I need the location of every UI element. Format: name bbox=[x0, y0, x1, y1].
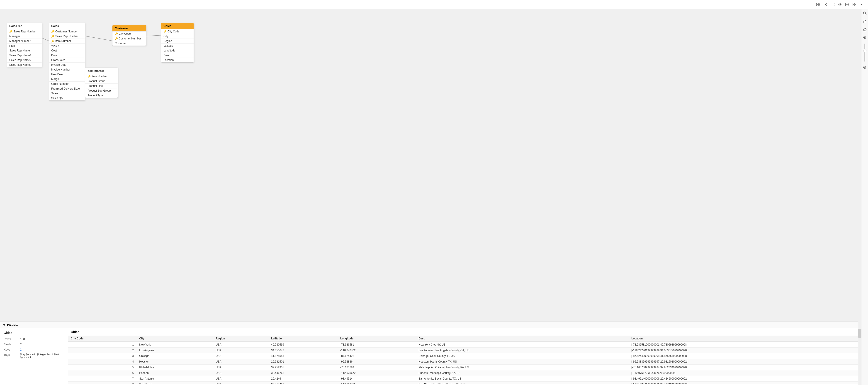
col-desc: Desc bbox=[416, 335, 629, 342]
salesrep-field-5[interactable]: Sales Rep Name1 bbox=[7, 53, 42, 58]
sales-field-12[interactable]: Promised Delivery Date bbox=[49, 86, 85, 91]
cell-cityCode: 1 bbox=[68, 342, 136, 348]
sales-field-11[interactable]: Order Number bbox=[49, 82, 85, 86]
table-sales[interactable]: Sales 🔑 Customer Number 🔑 Sales Rep Numb… bbox=[49, 23, 85, 101]
cell-location: [-75.163788999999994,39.952334999999998] bbox=[629, 364, 861, 370]
preview-right-scrollbar[interactable] bbox=[858, 322, 861, 385]
cell-desc: Chicago, Cook County, IL, US bbox=[416, 353, 629, 359]
sales-field-8[interactable]: Invoice Number bbox=[49, 67, 85, 72]
search-icon[interactable] bbox=[863, 11, 867, 16]
cities-field-1[interactable]: City bbox=[161, 34, 194, 39]
key-icon-in: 🔑 bbox=[51, 40, 54, 42]
cell-latitude: 29.981501 bbox=[269, 359, 338, 364]
toolbar-icon-scissors[interactable] bbox=[823, 2, 828, 7]
sales-field-10[interactable]: Margin bbox=[49, 77, 85, 82]
toolbar-icon-grid[interactable] bbox=[844, 2, 850, 7]
salesrep-field-4[interactable]: Sales Rep Name bbox=[7, 48, 42, 53]
cities-field-2[interactable]: Region bbox=[161, 39, 194, 43]
cell-cityCode: 8 bbox=[68, 382, 136, 384]
col-longitude: Longitude bbox=[338, 335, 416, 342]
cell-longitude: -95.53836 bbox=[338, 359, 416, 364]
toolbar-icon-settings[interactable] bbox=[837, 2, 843, 7]
salesrep-field-1[interactable]: Manager bbox=[7, 34, 42, 39]
preview-scrollbar-thumb[interactable] bbox=[858, 329, 861, 338]
cell-longitude: -118.242702 bbox=[338, 348, 416, 353]
fields-label: Fields bbox=[4, 343, 17, 346]
sales-field-9[interactable]: Item Desc bbox=[49, 72, 85, 77]
customer-field-0[interactable]: 🔑 City Code bbox=[113, 31, 146, 36]
customer-field-1[interactable]: 🔑 Customer Number bbox=[113, 36, 146, 41]
col-location: Location bbox=[629, 335, 861, 342]
table-customer[interactable]: Customer 🔑 City Code 🔑 Customer Number C… bbox=[112, 25, 146, 46]
itemmaster-field-0[interactable]: 🔑 Item Number bbox=[85, 74, 118, 79]
toolbar-icon-layout[interactable] bbox=[852, 2, 857, 7]
preview-header[interactable]: ▼ Preview bbox=[0, 322, 861, 328]
svg-rect-1 bbox=[818, 3, 820, 4]
svg-rect-23 bbox=[864, 21, 866, 23]
cell-location: [-73.986581000000001,40.730598999999998] bbox=[629, 342, 861, 348]
toolbar-icon-chevron[interactable]: ▾ bbox=[859, 2, 864, 7]
cities-field-0[interactable]: 🔑 City Code bbox=[161, 29, 194, 34]
cell-region: USA bbox=[213, 359, 269, 364]
preview-row-keys: Keys 1 bbox=[4, 348, 64, 351]
toolbar-icon-1[interactable] bbox=[815, 2, 821, 7]
zoom-out-icon[interactable] bbox=[863, 65, 867, 70]
customer-field-2[interactable]: Customer bbox=[113, 41, 146, 46]
table-itemmaster[interactable]: Item master 🔑 Item Number Product Group … bbox=[85, 67, 118, 98]
cell-desc: Los Angeles, Los Angeles County, CA, US bbox=[416, 348, 629, 353]
cities-field-5[interactable]: Desc bbox=[161, 53, 194, 58]
sales-field-1[interactable]: 🔑 Sales Rep Number bbox=[49, 34, 85, 39]
sales-field-13[interactable]: Sales bbox=[49, 91, 85, 96]
sales-field-3[interactable]: %KEY bbox=[49, 43, 85, 48]
toolbar-icon-expand[interactable] bbox=[830, 2, 835, 7]
itemmaster-field-3[interactable]: Product Sub Group bbox=[85, 88, 118, 93]
zoom-slider[interactable] bbox=[864, 43, 865, 62]
salesrep-field-0[interactable]: 🔑 Sales Rep Number bbox=[7, 29, 42, 34]
cell-desc: San Antonio, Bexar County, TX, US bbox=[416, 376, 629, 382]
salesrep-field-7[interactable]: Sales Rep Name3 bbox=[7, 63, 42, 67]
itemmaster-field-4[interactable]: Product Type bbox=[85, 93, 118, 98]
preview-left-title: Cities bbox=[4, 331, 64, 335]
salesrep-field-2[interactable]: Manager Number bbox=[7, 39, 42, 43]
table-cities[interactable]: Cities 🔑 City Code City Region Latitude … bbox=[161, 23, 194, 63]
preview-right[interactable]: Cities City Code City Region Latitude Lo… bbox=[68, 328, 861, 384]
salesrep-field-3[interactable]: Path bbox=[7, 43, 42, 48]
svg-rect-3 bbox=[818, 5, 820, 6]
rows-label: Rows bbox=[4, 337, 17, 341]
cell-city: San Antonio bbox=[136, 376, 213, 382]
cities-field-3[interactable]: Latitude bbox=[161, 43, 194, 48]
cell-latitude: 32.717421 bbox=[269, 382, 338, 384]
table-header-row: City Code City Region Latitude Longitude… bbox=[68, 335, 861, 342]
sales-field-0[interactable]: 🔑 Customer Number bbox=[49, 29, 85, 34]
lock-icon[interactable] bbox=[863, 19, 867, 24]
cities-field-4[interactable]: Longitude bbox=[161, 48, 194, 53]
cell-desc: Houston, Harris County, TX, US bbox=[416, 359, 629, 364]
zoom-in-icon[interactable] bbox=[863, 35, 867, 40]
svg-point-21 bbox=[864, 12, 866, 14]
data-table: City Code City Region Latitude Longitude… bbox=[68, 335, 861, 384]
col-city: City bbox=[136, 335, 213, 342]
fields-value: 7 bbox=[20, 343, 22, 346]
salesrep-field-6[interactable]: Sales Rep Name2 bbox=[7, 58, 42, 63]
key-icon: 🔑 bbox=[9, 30, 12, 33]
sales-field-7[interactable]: Invoice Date bbox=[49, 63, 85, 67]
tags-label: Tags bbox=[4, 353, 17, 358]
sales-field-5[interactable]: Date bbox=[49, 53, 85, 58]
sales-field-2[interactable]: 🔑 Item Number bbox=[49, 39, 85, 43]
sales-field-4[interactable]: Cost bbox=[49, 48, 85, 53]
itemmaster-field-1[interactable]: Product Group bbox=[85, 79, 118, 84]
cell-latitude: 40.730599 bbox=[269, 342, 338, 348]
sales-field-14[interactable]: Sales Qty bbox=[49, 96, 85, 100]
sales-field-6[interactable]: GrossSales bbox=[49, 58, 85, 63]
cell-region: USA bbox=[213, 342, 269, 348]
cell-desc: San Diego, San Diego County, CA, US bbox=[416, 382, 629, 384]
cell-location: [-117.16277100000001,32.717421000000000] bbox=[629, 382, 861, 384]
table-row: 3ChicagoUSA41.875555-87.624421Chicago, C… bbox=[68, 353, 861, 359]
home-icon[interactable] bbox=[863, 27, 867, 32]
itemmaster-field-2[interactable]: Product Line bbox=[85, 84, 118, 88]
col-citycode: City Code bbox=[68, 335, 136, 342]
table-salesrep[interactable]: Sales rep 🔑 Sales Rep Number Manager Man… bbox=[7, 23, 42, 67]
zoom-thumb[interactable] bbox=[863, 49, 866, 52]
cities-field-6[interactable]: Location bbox=[161, 58, 194, 62]
col-latitude: Latitude bbox=[269, 335, 338, 342]
